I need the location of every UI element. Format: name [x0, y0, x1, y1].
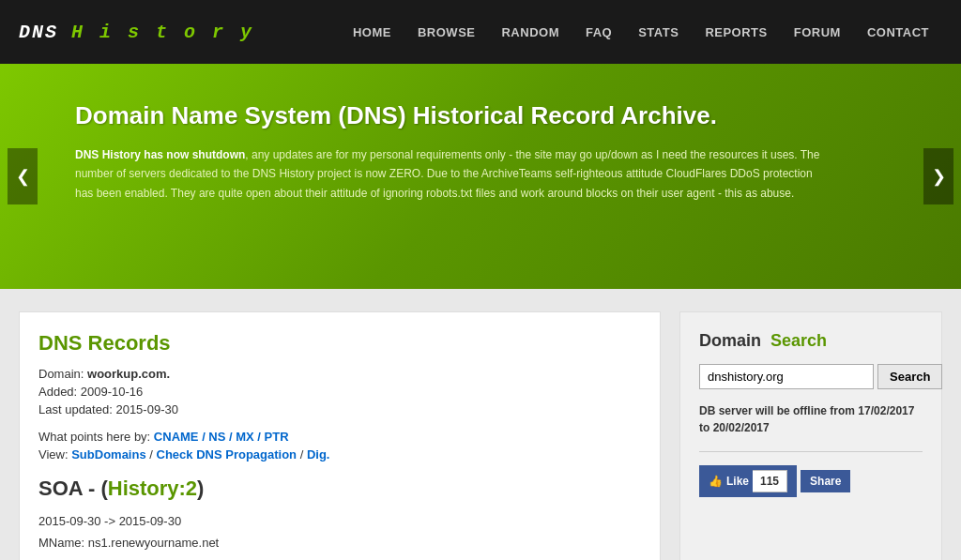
nav-stats[interactable]: STATS: [625, 16, 692, 49]
points-label: What points here by:: [38, 430, 150, 444]
domain-search-title: Domain Search: [699, 331, 923, 351]
fb-like-box: 👍 Like 115 Share: [699, 465, 923, 497]
search-input[interactable]: [699, 364, 874, 389]
dns-records-title: DNS Records: [38, 331, 641, 356]
domain-value: woorkup.com.: [87, 367, 170, 381]
added-value: 2009-10-16: [81, 385, 144, 399]
soa-date-range: 2015-09-30 -> 2015-09-30: [38, 510, 641, 532]
nav-faq[interactable]: FAQ: [572, 16, 625, 49]
fb-like-count: 115: [753, 470, 787, 492]
nav-reports[interactable]: REPORTS: [692, 16, 780, 49]
updated-label: Last updated:: [38, 402, 113, 416]
domain-line: Domain: woorkup.com.: [38, 367, 641, 381]
mname-label: MName:: [38, 536, 84, 550]
carousel-prev-button[interactable]: ❮: [8, 148, 38, 204]
view-subdomains-link[interactable]: SubDomains: [71, 447, 145, 462]
soa-history-link[interactable]: History:2: [108, 477, 197, 500]
soa-title: SOA - (History:2): [38, 477, 641, 501]
title-search: Search: [770, 331, 827, 350]
hero-text-bold: DNS History has now shutdown: [75, 148, 245, 161]
nav-browse[interactable]: BROWSE: [404, 16, 489, 49]
main-content: DNS Records Domain: woorkup.com. Added: …: [0, 289, 961, 560]
domain-label: Domain:: [38, 367, 84, 381]
soa-mname: MName: ns1.renewyourname.net: [38, 532, 641, 553]
view-propagation-link[interactable]: Check DNS Propagation: [157, 447, 297, 462]
nav-forum[interactable]: FORUM: [781, 16, 854, 49]
nav: HOME BROWSE RANDOM FAQ STATS REPORTS FOR…: [340, 16, 942, 49]
carousel-next-button[interactable]: ❯: [923, 148, 953, 204]
soa-prefix: SOA -: [38, 477, 100, 500]
points-line: What points here by: CNAME / NS / MX / P…: [38, 430, 641, 444]
soa-rname: RName: <No longer available>: [38, 554, 641, 560]
fb-like-label: Like: [726, 475, 749, 488]
hero-text: DNS History has now shutdown, any update…: [75, 145, 826, 203]
left-panel: DNS Records Domain: woorkup.com. Added: …: [19, 311, 661, 560]
hero-banner: ❮ Domain Name System (DNS) Historical Re…: [0, 64, 961, 289]
points-links[interactable]: CNAME / NS / MX / PTR: [154, 430, 289, 444]
fb-share-button[interactable]: Share: [801, 470, 850, 492]
mname-value: ns1.renewyourname.net: [88, 536, 219, 550]
view-dig-link[interactable]: Dig.: [307, 447, 330, 462]
view-label: View:: [38, 447, 69, 462]
updated-line: Last updated: 2015-09-30: [38, 402, 641, 416]
fb-thumbs-icon: 👍: [709, 475, 723, 488]
view-line: View: SubDomains / Check DNS Propagation…: [38, 447, 641, 462]
nav-home[interactable]: HOME: [340, 16, 404, 49]
nav-contact[interactable]: CONTACT: [854, 16, 942, 49]
right-panel: Domain Search Search DB server will be o…: [679, 311, 942, 560]
hero-title: Domain Name System (DNS) Historical Reco…: [75, 101, 886, 130]
added-label: Added:: [38, 385, 77, 399]
fb-like-button[interactable]: 👍 Like 115: [699, 465, 797, 497]
updated-value: 2015-09-30: [115, 402, 178, 416]
divider: [699, 451, 923, 452]
db-notice: DB server will be offline from 17/02/201…: [699, 402, 923, 436]
added-line: Added: 2009-10-16: [38, 385, 641, 399]
logo: DNS H i s t o r y: [19, 21, 340, 44]
soa-records: 2015-09-30 -> 2015-09-30 MName: ns1.rene…: [38, 510, 641, 560]
header: DNS H i s t o r y HOME BROWSE RANDOM FAQ…: [0, 0, 961, 64]
search-button[interactable]: Search: [877, 364, 942, 389]
search-row: Search: [699, 364, 923, 389]
nav-random[interactable]: RANDOM: [488, 16, 572, 49]
title-domain: Domain: [699, 331, 761, 350]
